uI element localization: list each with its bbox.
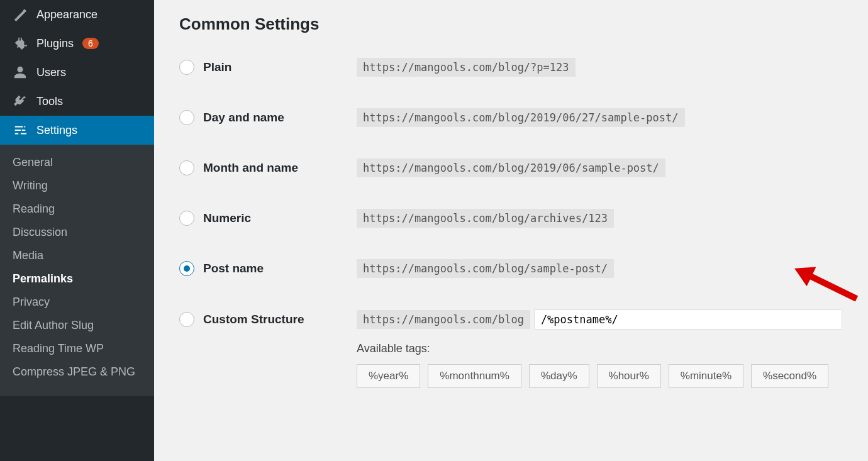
radio-label-text: Plain (203, 60, 231, 74)
radio-label-text: Post name (203, 262, 264, 275)
sidebar-item-plugins[interactable]: Plugins 6 (0, 29, 154, 58)
example-custom-prefix: https://mangools.com/blog (357, 310, 530, 329)
sidebar-item-label: Users (36, 66, 66, 79)
subitem-permalinks[interactable]: Permalinks (0, 267, 154, 291)
sidebar-subitems: General Writing Reading Discussion Media… (0, 145, 154, 396)
subitem-discussion[interactable]: Discussion (0, 221, 154, 244)
radio-label-text: Month and name (203, 161, 298, 175)
radio-plain[interactable]: Plain (179, 60, 357, 75)
radio-numeric[interactable]: Numeric (179, 211, 357, 226)
subitem-writing[interactable]: Writing (0, 174, 154, 197)
subitem-media[interactable]: Media (0, 244, 154, 267)
page-heading: Common Settings (179, 13, 843, 34)
sidebar-item-label: Appearance (36, 8, 97, 21)
radio-label-text: Numeric (203, 211, 251, 225)
radio-circle (179, 211, 194, 226)
radio-circle (179, 110, 194, 125)
subitem-edit-author-slug[interactable]: Edit Author Slug (0, 314, 154, 337)
available-tags-label: Available tags: (357, 342, 843, 355)
tag-year[interactable]: %year% (357, 364, 420, 388)
example-plain: https://mangools.com/blog/?p=123 (357, 58, 576, 77)
subitem-reading[interactable]: Reading (0, 197, 154, 221)
tag-monthnum[interactable]: %monthnum% (428, 364, 521, 388)
sidebar-item-label: Settings (36, 124, 77, 137)
option-custom-row: Custom Structure https://mangools.com/bl… (179, 309, 843, 330)
tag-second[interactable]: %second% (751, 364, 828, 388)
subitem-general[interactable]: General (0, 151, 154, 174)
radio-label-text: Day and name (203, 111, 284, 125)
admin-sidebar: Appearance Plugins 6 Users Tools Setting… (0, 0, 154, 461)
sidebar-item-users[interactable]: Users (0, 58, 154, 87)
sidebar-item-label: Plugins (36, 37, 74, 50)
appearance-icon (13, 7, 28, 22)
radio-post-name[interactable]: Post name (179, 261, 357, 276)
settings-content: Common Settings Plain https://mangools.c… (154, 0, 868, 461)
radio-circle (179, 60, 194, 75)
radio-month-name[interactable]: Month and name (179, 160, 357, 175)
available-tags: %year% %monthnum% %day% %hour% %minute% … (357, 364, 843, 388)
sidebar-item-appearance[interactable]: Appearance (0, 0, 154, 29)
option-post-name-row: Post name https://mangools.com/blog/samp… (179, 259, 843, 278)
subitem-reading-time-wp[interactable]: Reading Time WP (0, 337, 154, 360)
tag-minute[interactable]: %minute% (669, 364, 743, 388)
option-plain-row: Plain https://mangools.com/blog/?p=123 (179, 58, 843, 77)
example-month-name: https://mangools.com/blog/2019/06/sample… (357, 158, 665, 177)
settings-icon (13, 123, 28, 138)
subitem-compress-jpeg-png[interactable]: Compress JPEG & PNG (0, 360, 154, 384)
radio-day-name[interactable]: Day and name (179, 110, 357, 125)
subitem-privacy[interactable]: Privacy (0, 291, 154, 314)
example-day-name: https://mangools.com/blog/2019/06/27/sam… (357, 108, 685, 127)
example-numeric: https://mangools.com/blog/archives/123 (357, 209, 614, 228)
option-month-name-row: Month and name https://mangools.com/blog… (179, 158, 843, 177)
option-day-name-row: Day and name https://mangools.com/blog/2… (179, 108, 843, 127)
custom-structure-input[interactable] (534, 309, 842, 330)
radio-circle-checked (179, 261, 194, 276)
sidebar-item-settings[interactable]: Settings (0, 116, 154, 145)
radio-circle (179, 312, 194, 327)
option-numeric-row: Numeric https://mangools.com/blog/archiv… (179, 209, 843, 228)
radio-circle (179, 160, 194, 175)
radio-label-text: Custom Structure (203, 313, 304, 326)
tag-day[interactable]: %day% (529, 364, 589, 388)
sidebar-item-label: Tools (36, 95, 63, 108)
tools-icon (13, 94, 28, 109)
tag-hour[interactable]: %hour% (597, 364, 661, 388)
users-icon (13, 65, 28, 80)
radio-custom[interactable]: Custom Structure (179, 312, 357, 327)
example-post-name: https://mangools.com/blog/sample-post/ (357, 259, 614, 278)
sidebar-item-tools[interactable]: Tools (0, 87, 154, 116)
plugins-badge: 6 (82, 38, 99, 49)
plugins-icon (13, 36, 28, 51)
